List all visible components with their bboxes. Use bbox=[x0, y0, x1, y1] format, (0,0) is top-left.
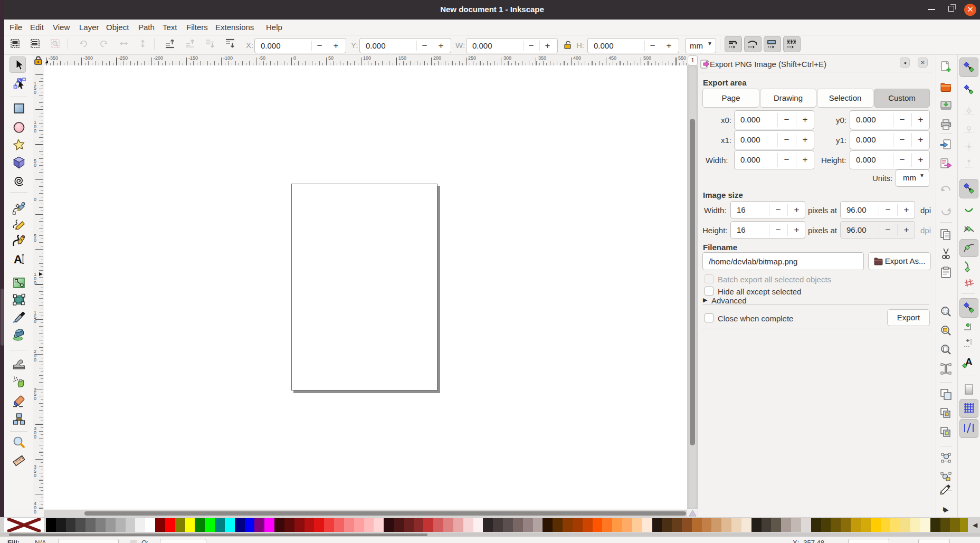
svg-text:A: A bbox=[14, 253, 22, 266]
